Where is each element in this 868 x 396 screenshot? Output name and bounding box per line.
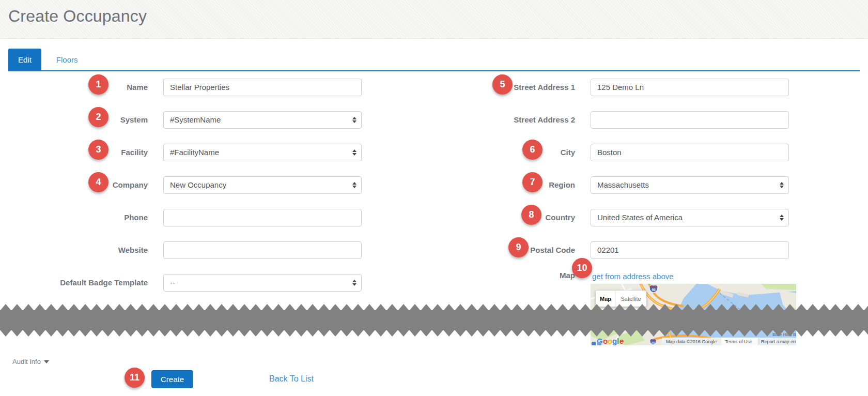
select-arrows-icon: [352, 149, 357, 156]
form-left-column: 1 Name 2 System #SystemName: [0, 71, 382, 299]
form-row: Phone: [0, 201, 382, 234]
step-badge-1: 1: [88, 74, 109, 95]
city-input[interactable]: [591, 144, 789, 161]
phone-input[interactable]: [163, 209, 362, 226]
form-row: Default Badge Template --: [0, 266, 382, 299]
select-value: #SystemName: [170, 115, 355, 124]
report-map-error-link[interactable]: Report a map error: [761, 339, 796, 344]
street-address-2-input[interactable]: [591, 111, 789, 129]
form-row: 7 Region Massachusetts: [427, 169, 810, 201]
select-arrows-icon: [352, 117, 357, 123]
select-value: New Occupancy: [170, 180, 355, 189]
country-select[interactable]: United States of America: [591, 209, 789, 226]
content-cut-band: [0, 310, 868, 330]
page-header: Create Occupancy: [0, 0, 868, 39]
form-row: 6 City: [427, 136, 810, 169]
field-label: Region: [549, 180, 575, 189]
facility-select[interactable]: #FacilityName: [163, 144, 362, 161]
field-label: Street Address 2: [514, 115, 575, 124]
company-select[interactable]: New Occupancy: [163, 176, 362, 194]
step-badge-6: 6: [522, 140, 542, 160]
step-badge-7: 7: [522, 172, 542, 192]
step-badge-10: 10: [572, 258, 592, 278]
zigzag-bottom-edge: [0, 330, 868, 337]
form-row: Website: [0, 234, 382, 266]
step-badge-5: 5: [492, 74, 513, 95]
get-from-address-link[interactable]: get from address above: [592, 272, 674, 281]
select-value: Massachusetts: [597, 180, 782, 189]
default-badge-template-select[interactable]: --: [163, 274, 362, 292]
select-arrows-icon: [780, 215, 784, 221]
select-arrows-icon: [780, 182, 784, 188]
form-row: 5 Street Address 1: [427, 71, 810, 103]
audit-info-toggle[interactable]: Audit Info: [12, 358, 49, 365]
select-value: #FacilityName: [170, 148, 355, 157]
svg-text:l: l: [617, 337, 619, 345]
region-select[interactable]: Massachusetts: [591, 176, 789, 194]
map-data-attribution: Map data ©2016 Google: [666, 339, 717, 344]
svg-text:g: g: [612, 337, 617, 345]
step-badge-3: 3: [88, 140, 109, 160]
field-label: City: [561, 148, 575, 157]
map-attribution: Map data ©2016 Google Terms of Use Repor…: [662, 338, 796, 345]
street-address-1-input[interactable]: [591, 79, 789, 96]
create-occupancy-page: Create Occupancy Edit Floors 1 Name 2 Sy…: [0, 0, 868, 396]
chevron-down-icon: [44, 360, 49, 363]
field-label: Default Badge Template: [60, 278, 148, 287]
select-arrows-icon: [352, 280, 357, 286]
form-row: 9 Postal Code: [427, 234, 810, 266]
field-label: Postal Code: [530, 246, 575, 254]
satellite-view-button[interactable]: Satellite: [621, 296, 641, 302]
form-row: 1 Name: [0, 71, 382, 103]
field-label: Company: [113, 180, 148, 189]
postal-code-input[interactable]: [591, 241, 789, 259]
tab-floors[interactable]: Floors: [41, 49, 93, 70]
field-label: Street Address 1: [514, 83, 575, 92]
field-label: Website: [118, 246, 148, 254]
map-view-button[interactable]: Map: [600, 296, 611, 302]
name-input[interactable]: [163, 79, 362, 96]
system-select[interactable]: #SystemName: [163, 111, 362, 129]
step-badge-2: 2: [88, 107, 109, 127]
select-value: United States of America: [597, 213, 782, 222]
step-badge-9: 9: [508, 237, 529, 257]
map-field-label: Map: [427, 271, 575, 280]
step-badge-11: 11: [125, 368, 145, 388]
svg-text:e: e: [619, 337, 624, 345]
form-row: Street Address 2: [427, 103, 810, 136]
field-label: Facility: [121, 148, 148, 157]
form-row: 8 Country United States of America: [427, 201, 810, 234]
tab-bar: Edit Floors: [8, 49, 93, 70]
field-label: Country: [546, 213, 576, 222]
step-badge-4: 4: [88, 172, 109, 192]
step-badge-8: 8: [521, 205, 541, 225]
form-right-column: 5 Street Address 1 Street Address 2 6: [427, 71, 810, 266]
svg-text:o: o: [603, 337, 608, 345]
form-row: 4 Company New Occupancy: [0, 169, 382, 201]
audit-info-label: Audit Info: [12, 358, 41, 365]
terms-of-use-link[interactable]: Terms of Use: [725, 339, 752, 344]
page-title: Create Occupancy: [8, 7, 147, 26]
create-button[interactable]: Create: [151, 370, 193, 388]
svg-text:93: 93: [652, 288, 656, 292]
website-input[interactable]: [163, 241, 362, 259]
select-arrows-icon: [352, 182, 357, 188]
tab-edit[interactable]: Edit: [8, 49, 41, 70]
field-label: System: [120, 115, 148, 124]
form-row: 2 System #SystemName: [0, 103, 382, 136]
field-label: Name: [127, 83, 148, 92]
form-row: 3 Facility #FacilityName: [0, 136, 382, 169]
svg-text:90: 90: [652, 341, 655, 344]
select-value: --: [170, 278, 355, 287]
back-to-list-link[interactable]: Back To List: [269, 374, 314, 384]
field-label: Phone: [124, 213, 148, 222]
svg-text:o: o: [608, 337, 612, 345]
